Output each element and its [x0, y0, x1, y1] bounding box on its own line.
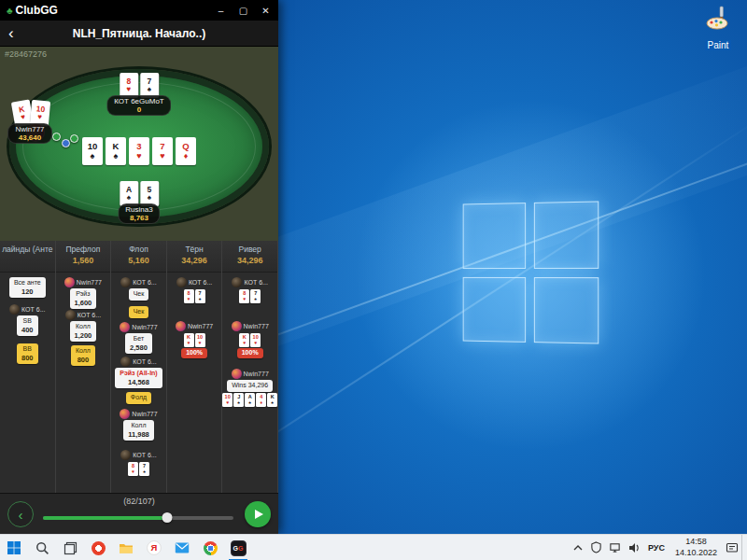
- history-column: Флоп5,160КОТ 6...ЧекЧекNwin777Бет2,580КО…: [111, 241, 167, 493]
- history-item: КОТ 6...8♥7♠: [167, 277, 222, 304]
- player-cards: 8♥7♠: [120, 73, 159, 98]
- clubgg-logo-text: ClubGG: [16, 4, 58, 17]
- chrome-icon[interactable]: [196, 535, 224, 560]
- history-item: Nwin777Бет2,580: [111, 322, 166, 354]
- mail-icon[interactable]: [168, 535, 196, 560]
- history-item: Nwin777Wins 34,29610♥J♠A♠4♦K♠: [222, 369, 277, 408]
- card-K: K♠: [106, 137, 126, 165]
- player-name: КОТ 6...: [78, 312, 101, 318]
- history-item: Все анте120: [0, 277, 55, 298]
- player-name: КОТ 6...: [133, 279, 156, 286]
- previous-icon: ‹: [19, 507, 23, 523]
- paint-shortcut[interactable]: Paint: [693, 6, 743, 52]
- tray-network-icon[interactable]: [606, 535, 625, 560]
- action-box: Рэйз1,600: [70, 288, 97, 309]
- player-name: Nwin777: [15, 125, 44, 133]
- clubgg-logo-icon: ♣: [7, 6, 13, 16]
- action-box: Фолд: [126, 392, 151, 404]
- titlebar[interactable]: ♣ ClubGG – ▢ ✕: [0, 0, 278, 21]
- history-item: КОТ 6...Чек: [111, 277, 166, 301]
- action-box: SB400: [17, 315, 38, 336]
- yabrowser-icon[interactable]: [84, 535, 112, 560]
- playback-bar: (82/107) ‹: [0, 493, 278, 534]
- street-header[interactable]: Ривер34,296: [222, 241, 277, 273]
- clubgg-icon[interactable]: GG: [224, 535, 252, 560]
- player-cards: K♥10♥: [13, 101, 52, 126]
- street-label: Флоп: [111, 245, 166, 254]
- action-center-icon[interactable]: [723, 535, 741, 560]
- street-header[interactable]: Префлоп1,560: [56, 241, 111, 273]
- playback-thumb[interactable]: [162, 512, 172, 523]
- maximize-button[interactable]: ▢: [237, 6, 249, 16]
- card-10: 10♠: [82, 137, 103, 165]
- street-header[interactable]: лайнды (Анте: [0, 241, 55, 273]
- card-J: J♠: [233, 393, 244, 407]
- playback-progress-label: (82/107): [0, 497, 278, 506]
- player-name: КОТ 6...: [244, 279, 267, 286]
- previous-button[interactable]: ‹: [7, 501, 34, 527]
- player-stack: 8,763: [125, 214, 152, 222]
- street-header[interactable]: Тёрн34,296: [167, 241, 222, 273]
- player-avatar: [232, 277, 242, 287]
- start-icon[interactable]: [0, 535, 28, 560]
- history-column: лайнды (АнтеВсе анте120КОТ 6...SB400BB80…: [0, 241, 56, 493]
- player-name: КОТ 6...: [189, 279, 212, 286]
- hidden-icons-chevron[interactable]: [569, 535, 587, 560]
- player-avatar: [64, 277, 75, 287]
- card-5: 5♠: [140, 181, 159, 206]
- tray-shield-icon[interactable]: [587, 535, 606, 560]
- close-button[interactable]: ✕: [260, 6, 272, 16]
- language-indicator[interactable]: РУС: [643, 543, 669, 553]
- explorer-icon[interactable]: [112, 535, 140, 560]
- action-box: Бет2,580: [125, 333, 152, 354]
- hand-id: #28467276: [5, 49, 47, 59]
- bet-chip: [62, 139, 70, 147]
- player-cards: A♠5♠: [120, 181, 159, 206]
- card-8: 8♥: [120, 73, 138, 98]
- table-zone: #28467276 10♠K♠3♥7♥Q♦ 8♥7♠ КОТ 6eGuMoT 0…: [0, 47, 278, 241]
- tray-volume-icon[interactable]: [625, 535, 643, 560]
- card-K: K♠: [267, 393, 277, 407]
- street-label: Префлоп: [56, 245, 111, 254]
- action-box: Чек: [129, 306, 149, 318]
- player-name: Nwin777: [244, 323, 269, 329]
- history-item: Колл800: [56, 345, 111, 366]
- play-icon: [255, 510, 263, 519]
- tray-date: 14.10.2022: [675, 548, 717, 558]
- player-seat-bottom[interactable]: A♠5♠ Rusina3 8,763: [118, 181, 160, 224]
- playback-slider[interactable]: [43, 516, 233, 520]
- card-7: 7♠: [139, 462, 149, 476]
- playback-progress-fill: [43, 516, 167, 520]
- player-seat-left[interactable]: K♥10♥ Nwin777 43,640: [2, 101, 58, 144]
- history-column: Префлоп1,560Nwin777Рэйз1,600КОТ 6...Колл…: [56, 241, 112, 493]
- action-box: Колл11,988: [123, 420, 154, 441]
- clubgg-logo: ♣ ClubGG: [7, 4, 58, 17]
- player-avatar: [232, 321, 242, 331]
- history-columns: лайнды (АнтеВсе анте120КОТ 6...SB400BB80…: [0, 241, 278, 493]
- clock[interactable]: 14:58 14.10.2022: [669, 537, 723, 558]
- card-7: 7♠: [195, 289, 205, 303]
- action-box: Чек: [129, 288, 149, 301]
- action-box: Все анте120: [9, 277, 46, 298]
- paint-icon: [705, 6, 731, 30]
- play-button[interactable]: [245, 501, 271, 527]
- street-header[interactable]: Флоп5,160: [111, 241, 166, 273]
- yandex-icon[interactable]: Я: [140, 535, 168, 560]
- back-button[interactable]: ‹: [8, 25, 14, 41]
- action-box: Рэйз (All-In)14,568: [115, 368, 162, 388]
- card-3: 3♥: [129, 137, 149, 165]
- street-pot: 34,296: [222, 256, 277, 265]
- action-box: 100%: [237, 348, 263, 358]
- history-item: КОТ 6...Колл1,200: [56, 310, 111, 342]
- player-avatar: [120, 277, 131, 287]
- player-seat-top[interactable]: 8♥7♠ КОТ 6eGuMoT 0: [106, 73, 171, 116]
- card-Q: Q♦: [176, 137, 196, 165]
- show-desktop-button[interactable]: [741, 535, 747, 560]
- player-plate: КОТ 6eGuMoT 0: [106, 95, 171, 116]
- minimize-button[interactable]: –: [215, 6, 227, 16]
- search-icon[interactable]: [28, 535, 56, 560]
- taskview-icon[interactable]: [56, 535, 84, 560]
- card-10: 10♥: [222, 393, 233, 407]
- street-pot: 1,560: [56, 256, 111, 265]
- history-item: Чек: [111, 306, 166, 318]
